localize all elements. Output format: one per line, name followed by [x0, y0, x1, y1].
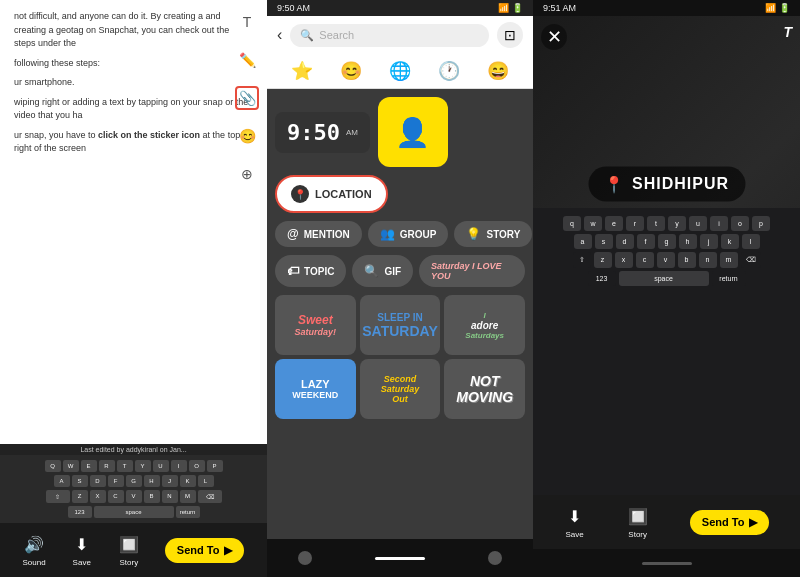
key-123[interactable]: 123: [68, 506, 92, 518]
kb-shift[interactable]: ⇧: [573, 252, 591, 268]
key-space[interactable]: space: [94, 506, 174, 518]
emoji-tool-icon[interactable]: 😊: [235, 124, 259, 148]
sticker-lazy-weekend[interactable]: LAZY WEEKEND: [275, 359, 356, 419]
key-n[interactable]: N: [162, 490, 178, 503]
send-to-button-left[interactable]: Send To ▶: [165, 538, 245, 563]
gif-button[interactable]: 🔍 GIF: [352, 255, 413, 287]
key-s[interactable]: S: [72, 475, 88, 487]
sticker-not-moving[interactable]: NotMoving: [444, 359, 525, 419]
location-sticker-center[interactable]: 📍 LOCATION: [275, 175, 388, 213]
key-v[interactable]: V: [126, 490, 142, 503]
kb-f[interactable]: f: [637, 234, 655, 249]
key-q[interactable]: Q: [45, 460, 61, 472]
kb-g[interactable]: g: [658, 234, 676, 249]
extra-tool-icon[interactable]: ⊕: [235, 162, 259, 186]
kb-b[interactable]: b: [678, 252, 696, 268]
key-m[interactable]: M: [180, 490, 196, 503]
kb-o[interactable]: o: [731, 216, 749, 231]
kb-l[interactable]: l: [742, 234, 760, 249]
kb-d[interactable]: d: [616, 234, 634, 249]
category-emoji[interactable]: 😊: [340, 60, 362, 82]
topic-button[interactable]: 🏷 TOPIC: [275, 255, 346, 287]
key-e[interactable]: E: [81, 460, 97, 472]
saturday-sticker-banner[interactable]: Saturday I LOVE YOU: [419, 255, 525, 287]
key-x[interactable]: X: [90, 490, 106, 503]
back-button[interactable]: ‹: [277, 26, 282, 44]
search-box[interactable]: 🔍 Search: [290, 24, 489, 47]
avatar-sticker[interactable]: 👤: [378, 97, 448, 167]
sticker-sweet-saturday[interactable]: Sweet Saturday!: [275, 295, 356, 355]
key-p[interactable]: P: [207, 460, 223, 472]
key-g[interactable]: G: [126, 475, 142, 487]
key-i[interactable]: I: [171, 460, 187, 472]
category-clock[interactable]: 🕐: [438, 60, 460, 82]
key-t[interactable]: T: [117, 460, 133, 472]
kb-a[interactable]: a: [574, 234, 592, 249]
kb-e[interactable]: e: [605, 216, 623, 231]
category-star[interactable]: ⭐: [291, 60, 313, 82]
story-button-center[interactable]: 💡 STORY: [454, 221, 532, 247]
kb-x[interactable]: x: [615, 252, 633, 268]
sticker-adore-saturdays[interactable]: I adore Saturdays: [444, 295, 525, 355]
nav-recent-dot[interactable]: [488, 551, 502, 565]
category-face[interactable]: 😄: [487, 60, 509, 82]
text-tool-right[interactable]: T: [783, 24, 792, 40]
sound-button[interactable]: 🔊 Sound: [23, 533, 46, 567]
mention-button[interactable]: @ MENTION: [275, 221, 362, 247]
save-button-right[interactable]: ⬇ Save: [564, 505, 586, 539]
kb-y[interactable]: y: [668, 216, 686, 231]
key-o[interactable]: O: [189, 460, 205, 472]
key-h[interactable]: H: [144, 475, 160, 487]
key-u[interactable]: U: [153, 460, 169, 472]
kb-s[interactable]: s: [595, 234, 613, 249]
save-button-left[interactable]: ⬇ Save: [71, 533, 93, 567]
kb-r[interactable]: r: [626, 216, 644, 231]
send-to-button-right[interactable]: Send To ▶: [690, 510, 770, 535]
sticker-sleep-saturday[interactable]: SLEEP IN SATURDAY: [360, 295, 441, 355]
story-button-right[interactable]: 🔲 Story: [627, 505, 649, 539]
key-w[interactable]: W: [63, 460, 79, 472]
kb-j[interactable]: j: [700, 234, 718, 249]
kb-z[interactable]: z: [594, 252, 612, 268]
nav-home-bar[interactable]: [375, 557, 425, 560]
key-r[interactable]: R: [99, 460, 115, 472]
kb-i[interactable]: i: [710, 216, 728, 231]
key-y[interactable]: Y: [135, 460, 151, 472]
pen-tool-icon[interactable]: ✏️: [235, 48, 259, 72]
scan-button[interactable]: ⊡: [497, 22, 523, 48]
key-b[interactable]: B: [144, 490, 160, 503]
shidhipur-location-sticker[interactable]: 📍 SHIDHIPUR: [588, 166, 745, 201]
key-f[interactable]: F: [108, 475, 124, 487]
time-sticker[interactable]: 9:50 AM: [275, 112, 370, 153]
key-z[interactable]: Z: [72, 490, 88, 503]
key-shift[interactable]: ⇧: [46, 490, 70, 503]
kb-p[interactable]: p: [752, 216, 770, 231]
kb-backspace[interactable]: ⌫: [741, 252, 761, 268]
story-button-left[interactable]: 🔲 Story: [118, 533, 140, 567]
sticker-scroll-area[interactable]: 9:50 AM 👤 📍 LOCATION @ MENTION 👥 GROUP 💡: [267, 89, 533, 539]
sticker-tool-icon[interactable]: 📎: [235, 86, 259, 110]
kb-w[interactable]: w: [584, 216, 602, 231]
kb-q[interactable]: q: [563, 216, 581, 231]
key-backspace[interactable]: ⌫: [198, 490, 222, 503]
kb-123[interactable]: 123: [588, 271, 616, 286]
category-globe[interactable]: 🌐: [389, 60, 411, 82]
kb-c[interactable]: c: [636, 252, 654, 268]
key-a[interactable]: A: [54, 475, 70, 487]
kb-h[interactable]: h: [679, 234, 697, 249]
close-button[interactable]: ✕: [541, 24, 567, 50]
sticker-second-saturday[interactable]: SecondSaturdayOut: [360, 359, 441, 419]
text-tool-icon[interactable]: T: [235, 10, 259, 34]
key-d[interactable]: D: [90, 475, 106, 487]
key-c[interactable]: C: [108, 490, 124, 503]
kb-return[interactable]: return: [712, 271, 746, 286]
key-return[interactable]: return: [176, 506, 200, 518]
key-l[interactable]: L: [198, 475, 214, 487]
kb-u[interactable]: u: [689, 216, 707, 231]
kb-t[interactable]: t: [647, 216, 665, 231]
kb-m[interactable]: m: [720, 252, 738, 268]
kb-space[interactable]: space: [619, 271, 709, 286]
key-k[interactable]: K: [180, 475, 196, 487]
kb-n[interactable]: n: [699, 252, 717, 268]
key-j[interactable]: J: [162, 475, 178, 487]
